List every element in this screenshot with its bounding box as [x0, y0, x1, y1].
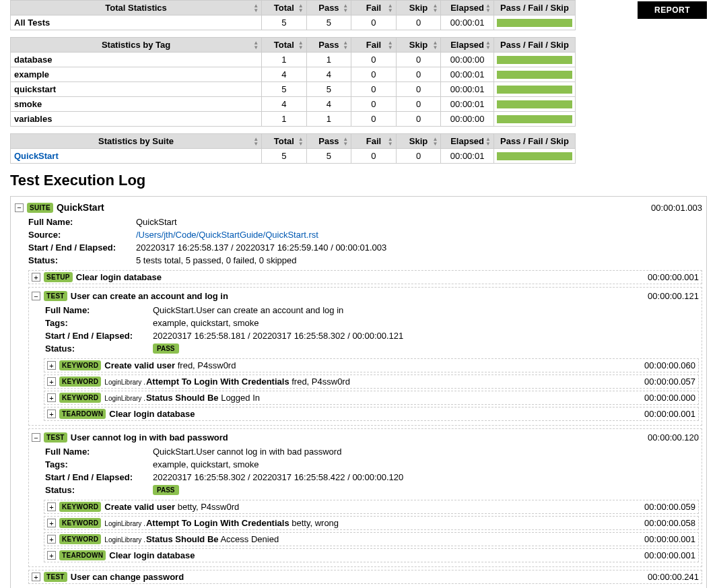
test-badge: TEST	[44, 572, 67, 582]
expand-icon[interactable]: +	[47, 361, 56, 370]
test-meta: Full Name:QuickStart.User cannot log in …	[45, 444, 699, 498]
col-elapsed[interactable]: Elapsed▲▼	[441, 38, 494, 53]
tag-statistics-table: Statistics by Tag▲▼ Total▲▼ Pass▲▼ Fail▲…	[10, 37, 576, 127]
test-block: −TESTUser cannot log in with bad passwor…	[28, 428, 702, 567]
suite-row[interactable]: − SUITE QuickStart 00:00:01.003	[15, 201, 702, 214]
keyword-text: Create valid user betty, P4ssw0rd	[104, 502, 239, 512]
test-name: User can change password	[71, 572, 184, 582]
elapsed: 00:00:00.001	[648, 272, 699, 282]
expand-icon[interactable]: +	[47, 393, 56, 402]
col-total[interactable]: Total▲▼	[262, 1, 307, 15]
table-row: QuickStart 5 5 0 0 00:00:01	[11, 149, 576, 164]
col-total[interactable]: Total▲▼	[262, 38, 307, 53]
col-fail[interactable]: Fail▲▼	[351, 1, 397, 15]
col-pass[interactable]: Pass▲▼	[306, 1, 351, 15]
setup-row[interactable]: + SETUP Clear login database 00:00:00.00…	[28, 270, 702, 284]
expand-icon[interactable]: +	[32, 573, 40, 581]
elapsed: 00:00:00.001	[644, 550, 695, 560]
status-badge: PASS	[153, 344, 179, 354]
col-total[interactable]: Total▲▼	[262, 134, 307, 149]
source-link[interactable]: /Users/jth/Code/QuickStartGuide/QuickSta…	[136, 230, 318, 240]
test-row[interactable]: −TESTUser cannot log in with bad passwor…	[32, 431, 699, 444]
table-row: database110000:00:00	[11, 53, 576, 67]
keyword-text: LoginLibrary .Attempt To Login With Cred…	[104, 377, 350, 387]
test-badge: TEST	[44, 291, 67, 301]
elapsed: 00:00:00.241	[648, 572, 699, 582]
col-graph: Pass / Fail / Skip	[493, 1, 575, 15]
col-graph: Pass / Fail / Skip	[493, 134, 575, 149]
collapse-icon[interactable]: −	[32, 292, 40, 300]
col-skip[interactable]: Skip▲▼	[396, 1, 441, 15]
total-statistics-table: Total Statistics▲▼ Total▲▼ Pass▲▼ Fail▲▼…	[10, 0, 576, 30]
test-name: User can create an account and log in	[71, 291, 228, 301]
elapsed: 00:00:00.058	[644, 518, 695, 528]
collapse-icon[interactable]: −	[32, 433, 40, 442]
pass-bar	[497, 56, 572, 64]
table-row: quickstart550000:00:01	[11, 82, 576, 97]
test-row[interactable]: −TESTUser can create an account and log …	[32, 290, 699, 302]
section-title: Test Execution Log	[10, 172, 707, 189]
pass-bar	[497, 19, 572, 27]
keyword-row[interactable]: +KEYWORDCreate valid user betty, P4ssw0r…	[44, 500, 699, 514]
keyword-badge: KEYWORD	[59, 534, 101, 544]
teardown-row[interactable]: +TEARDOWNClear login database00:00:00.00…	[44, 548, 699, 562]
status-badge: PASS	[153, 485, 179, 495]
execution-log: − SUITE QuickStart 00:00:01.003 Full Nam…	[10, 196, 707, 588]
col-skip[interactable]: Skip▲▼	[396, 134, 441, 149]
suite-meta: Full Name:QuickStart Source:/Users/jth/C…	[28, 214, 702, 268]
col-elapsed[interactable]: Elapsed▲▼	[441, 134, 494, 149]
col-fail[interactable]: Fail▲▼	[351, 134, 397, 149]
keyword-row[interactable]: +KEYWORDLoginLibrary .Attempt To Login W…	[44, 374, 699, 389]
table-row: All Tests 5 5 0 0 00:00:01	[11, 15, 576, 30]
pass-bar	[497, 86, 572, 94]
expand-icon[interactable]: +	[47, 519, 56, 527]
expand-icon[interactable]: +	[47, 535, 56, 544]
elapsed: 00:00:00.120	[648, 432, 699, 443]
expand-icon[interactable]: +	[47, 502, 56, 511]
test-meta: Full Name:QuickStart.User can create an …	[45, 302, 699, 356]
col-pass[interactable]: Pass▲▼	[306, 38, 351, 53]
keyword-row[interactable]: +KEYWORDLoginLibrary .Status Should Be A…	[44, 532, 699, 546]
report-button[interactable]: REPORT	[638, 1, 707, 19]
col-fail[interactable]: Fail▲▼	[351, 38, 397, 53]
test-badge: TEST	[44, 432, 67, 443]
test-block: −TESTUser can create an account and log …	[28, 287, 702, 426]
col-elapsed[interactable]: Elapsed▲▼	[441, 1, 494, 15]
col-skip[interactable]: Skip▲▼	[396, 38, 441, 53]
col-pass[interactable]: Pass▲▼	[306, 134, 351, 149]
pass-bar	[497, 152, 572, 160]
keyword-text: LoginLibrary .Status Should Be Access De…	[104, 534, 279, 544]
keyword-badge: KEYWORD	[59, 377, 101, 387]
table-row: variables110000:00:00	[11, 112, 576, 127]
suite-name: QuickStart	[57, 202, 104, 213]
col-name[interactable]: Statistics by Tag▲▼	[11, 38, 262, 53]
suite-badge: SUITE	[27, 203, 53, 213]
test-row[interactable]: + TEST User can change password 00:00:00…	[28, 570, 702, 584]
test-name: User cannot log in with bad password	[71, 432, 228, 443]
keyword-text: LoginLibrary .Status Should Be Logged In	[104, 393, 260, 403]
keyword-text: Create valid user fred, P4ssw0rd	[104, 360, 236, 370]
keyword-row[interactable]: +KEYWORDLoginLibrary .Status Should Be L…	[44, 391, 699, 405]
collapse-icon[interactable]: −	[15, 203, 24, 212]
col-graph: Pass / Fail / Skip	[493, 38, 575, 53]
teardown-row[interactable]: +TEARDOWNClear login database00:00:00.00…	[44, 407, 699, 421]
elapsed: 00:00:00.060	[644, 360, 695, 370]
expand-icon[interactable]: +	[47, 377, 56, 386]
suite-link[interactable]: QuickStart	[14, 151, 59, 161]
elapsed: 00:00:01.003	[651, 203, 702, 213]
keyword-badge: KEYWORD	[59, 502, 101, 512]
col-name[interactable]: Statistics by Suite▲▼	[11, 134, 262, 149]
setup-name: Clear login database	[76, 272, 162, 282]
col-name[interactable]: Total Statistics▲▼	[11, 1, 262, 15]
pass-bar	[497, 71, 572, 79]
keyword-row[interactable]: +KEYWORDLoginLibrary .Attempt To Login W…	[44, 516, 699, 530]
expand-icon[interactable]: +	[47, 410, 56, 418]
teardown-badge: TEARDOWN	[59, 550, 106, 560]
expand-icon[interactable]: +	[32, 273, 40, 282]
expand-icon[interactable]: +	[47, 551, 56, 560]
suite-statistics-table: Statistics by Suite▲▼ Total▲▼ Pass▲▼ Fai…	[10, 133, 576, 164]
pass-bar	[497, 115, 572, 123]
keyword-text: LoginLibrary .Attempt To Login With Cred…	[104, 518, 339, 528]
keyword-row[interactable]: +KEYWORDCreate valid user fred, P4ssw0rd…	[44, 358, 699, 372]
pass-bar	[497, 100, 572, 108]
